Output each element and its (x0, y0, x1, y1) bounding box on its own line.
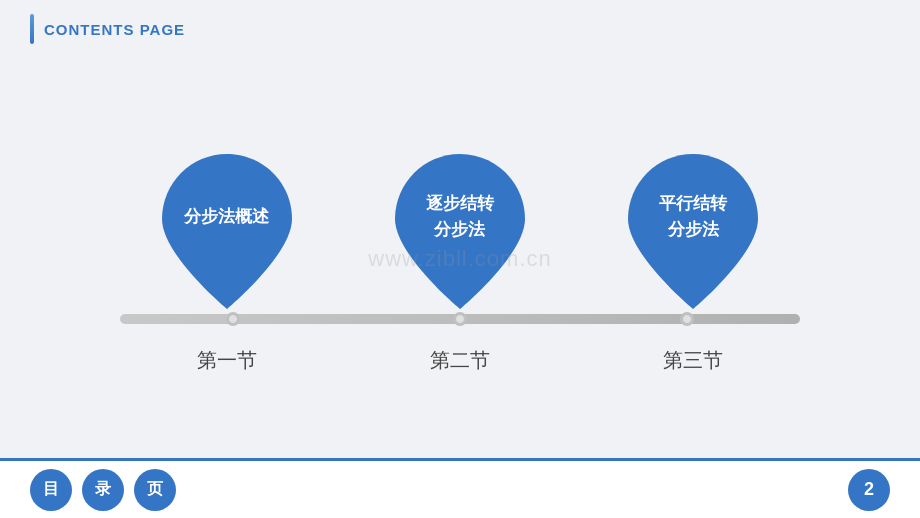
timeline-line-wrap (120, 309, 800, 329)
pin-item-1: 分步法概述 (110, 154, 343, 309)
pins-row: 分步法概述 逐步结转分步法 平行结转分步法 (110, 154, 810, 309)
pin-shape-1 (162, 154, 292, 309)
footer-page-number: 2 (848, 469, 890, 511)
section-label-2: 第二节 (343, 347, 576, 374)
footer-char-1: 目 (30, 469, 72, 511)
page-title: CONTENTS PAGE (44, 21, 185, 38)
pin-3: 平行结转分步法 (628, 154, 758, 309)
section-label-1: 第一节 (110, 347, 343, 374)
pin-item-3: 平行结转分步法 (577, 154, 810, 309)
footer-char-2: 录 (82, 469, 124, 511)
timeline-area: 分步法概述 逐步结转分步法 平行结转分步法 (0, 90, 920, 438)
header: CONTENTS PAGE (0, 14, 185, 44)
footer-char-3: 页 (134, 469, 176, 511)
footer: 目 录 页 2 (0, 458, 920, 518)
timeline-dot-2 (453, 312, 467, 326)
timeline-dot-1 (226, 312, 240, 326)
pin-3-text: 平行结转分步法 (659, 191, 727, 242)
section-label-3: 第三节 (577, 347, 810, 374)
footer-left: 目 录 页 (30, 469, 176, 511)
timeline-dot-3 (680, 312, 694, 326)
pin-1-text: 分步法概述 (184, 204, 269, 230)
pin-2-text: 逐步结转分步法 (426, 191, 494, 242)
labels-row: 第一节 第二节 第三节 (110, 347, 810, 374)
pin-item-2: 逐步结转分步法 (343, 154, 576, 309)
header-accent-bar (30, 14, 34, 44)
pin-1: 分步法概述 (162, 154, 292, 309)
pin-2: 逐步结转分步法 (395, 154, 525, 309)
timeline-line (120, 314, 800, 324)
